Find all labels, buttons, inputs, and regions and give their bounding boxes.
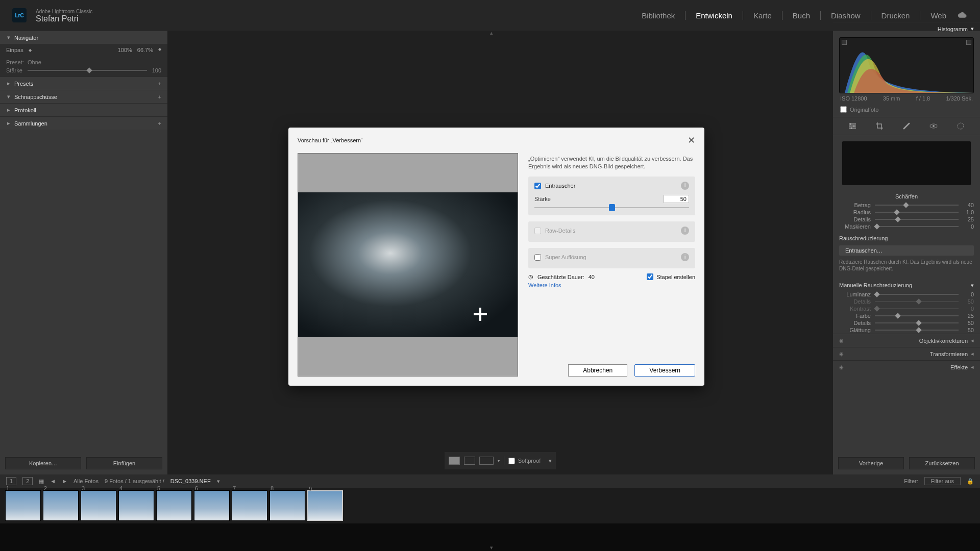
strength-slider[interactable]: [534, 207, 689, 208]
compare-view-icon[interactable]: [464, 457, 475, 465]
noise-slider-Luminanz[interactable]: Luminanz 0: [833, 291, 980, 298]
module-print[interactable]: Drucken: [881, 11, 910, 20]
sharpen-slider-Betrag[interactable]: Betrag 40: [833, 202, 980, 209]
info-icon[interactable]: i: [681, 253, 689, 261]
noise-slider-Glättung[interactable]: Glättung 50: [833, 327, 980, 334]
shadow-clip-icon[interactable]: [842, 40, 847, 45]
navigator-header[interactable]: ▾ Navigator: [0, 31, 167, 44]
presets-title: Presets: [14, 81, 158, 87]
sharpen-slider-Maskieren[interactable]: Maskieren 0: [833, 223, 980, 230]
grid-2-button[interactable]: 2: [22, 477, 33, 485]
status-count[interactable]: Alle Fotos: [74, 478, 99, 484]
filter-lock-icon[interactable]: 🔒: [967, 478, 974, 485]
detail-preview[interactable]: [842, 141, 971, 185]
softproof-toggle[interactable]: Softproof: [508, 458, 541, 464]
denoise-description: Reduziere Rauschen durch KI. Das Ergebni…: [833, 258, 980, 277]
collections-header[interactable]: ▸Sammlungen+: [0, 116, 167, 130]
info-icon[interactable]: i: [681, 227, 689, 235]
module-slideshow[interactable]: Diashow: [831, 11, 861, 20]
toolbar-collapse-icon[interactable]: ▾: [549, 458, 552, 464]
adjust-icon[interactable]: [846, 121, 859, 131]
disclosure-down-icon: ▾: [971, 26, 974, 32]
denoise-checkbox[interactable]: [534, 183, 541, 189]
close-icon[interactable]: ✕: [688, 135, 695, 146]
zoom-stepper-icon[interactable]: ◆: [158, 47, 161, 53]
preset-strength-value: 100: [147, 67, 161, 73]
filmstrip[interactable]: 123456789: [0, 488, 980, 523]
copy-button[interactable]: Kopieren…: [5, 457, 81, 469]
aperture-value: f / 1,8: [916, 95, 930, 102]
cancel-button[interactable]: Abbrechen: [568, 364, 627, 377]
eye-icon[interactable]: ◉: [839, 338, 844, 343]
info-icon[interactable]: i: [681, 182, 689, 190]
add-collection-icon[interactable]: +: [158, 120, 161, 127]
previous-button[interactable]: Vorherige: [838, 457, 904, 469]
thumbnail-4[interactable]: 4: [118, 490, 154, 521]
highlight-clip-icon[interactable]: [966, 40, 971, 45]
module-develop[interactable]: Entwickeln: [696, 11, 732, 20]
add-preset-icon[interactable]: +: [158, 81, 161, 87]
loupe-view-icon[interactable]: [449, 457, 460, 465]
svg-point-0: [849, 123, 851, 124]
module-library[interactable]: Bibliothek: [642, 11, 675, 20]
thumbnail-5[interactable]: 5: [156, 490, 192, 521]
noise-slider-Details: Details 50: [833, 298, 980, 305]
sharpen-slider-Details[interactable]: Details 25: [833, 216, 980, 223]
softproof-checkbox[interactable]: [508, 458, 515, 464]
noise-slider-Details[interactable]: Details 50: [833, 319, 980, 327]
snapshots-header[interactable]: ▾Schnappschüsse+: [0, 90, 167, 103]
redeye-icon[interactable]: [927, 121, 940, 131]
grid-1-button[interactable]: 1: [6, 477, 16, 485]
presets-header[interactable]: ▸Presets+: [0, 77, 167, 90]
thumbnail-7[interactable]: 7: [232, 490, 267, 521]
thumbnail-3[interactable]: 3: [81, 490, 116, 521]
mask-icon[interactable]: [954, 121, 967, 131]
sharpen-slider-Radius[interactable]: Radius 1,0: [833, 209, 980, 216]
before-after-icon[interactable]: [479, 457, 494, 465]
preset-strength-slider[interactable]: [28, 70, 147, 71]
lens-header[interactable]: ◉Objektivkorrekturen◂: [833, 334, 980, 347]
thumbnail-8[interactable]: 8: [270, 490, 305, 521]
thumbnail-2[interactable]: 2: [43, 490, 79, 521]
reset-button[interactable]: Zurücksetzen: [909, 457, 975, 469]
module-map[interactable]: Karte: [753, 11, 772, 20]
history-header[interactable]: ▸Protokoll: [0, 103, 167, 116]
filter-value[interactable]: Filter aus: [924, 477, 961, 485]
module-book[interactable]: Buch: [793, 11, 810, 20]
denoise-label: Entrauscher: [545, 183, 575, 189]
thumbnail-1[interactable]: 1: [5, 490, 41, 521]
next-photo-icon[interactable]: ►: [62, 478, 67, 484]
crop-icon[interactable]: [873, 121, 886, 131]
module-web[interactable]: Web: [930, 11, 946, 20]
transform-header[interactable]: ◉Transformieren◂: [833, 347, 980, 360]
thumbnail-6[interactable]: 6: [194, 490, 230, 521]
create-stack-label: Stapel erstellen: [656, 274, 695, 280]
preset-value[interactable]: Ohne: [28, 59, 41, 65]
super-res-checkbox[interactable]: [534, 254, 541, 261]
add-snapshot-icon[interactable]: +: [158, 94, 161, 100]
status-filename[interactable]: DSC_0339.NEF: [170, 478, 211, 484]
heal-icon[interactable]: [900, 121, 913, 131]
create-stack-checkbox[interactable]: [647, 273, 653, 280]
prev-photo-icon[interactable]: ◄: [50, 478, 56, 484]
paste-button[interactable]: Einfügen: [86, 457, 162, 469]
zoom-66[interactable]: 66.7%: [137, 47, 153, 53]
cloud-sync-icon[interactable]: [958, 12, 968, 19]
denoise-button[interactable]: Entrauschen…: [839, 245, 974, 256]
grid-icon[interactable]: ▦: [39, 478, 44, 485]
zoom-100[interactable]: 100%: [118, 47, 132, 53]
zoom-fit[interactable]: Einpas: [6, 47, 23, 53]
dialog-preview[interactable]: [298, 153, 518, 377]
effects-header[interactable]: ◉Effekte◂: [833, 360, 980, 373]
histogram-graph[interactable]: [839, 37, 974, 93]
noise-slider-Farbe[interactable]: Farbe 25: [833, 312, 980, 319]
snapshots-title: Schnappschüsse: [14, 94, 158, 100]
filmstrip-collapse-icon[interactable]: ▾: [490, 544, 493, 551]
manual-noise-header[interactable]: Manuelle Rauschreduzierung▾: [833, 277, 980, 291]
originalfoto-checkbox[interactable]: [840, 106, 847, 113]
header-collapse-icon[interactable]: ▴: [490, 30, 493, 36]
strength-value[interactable]: 50: [664, 195, 689, 203]
thumbnail-9[interactable]: 9: [307, 490, 343, 521]
more-info-link[interactable]: Weitere Infos: [528, 282, 695, 288]
enhance-button[interactable]: Verbessern: [634, 364, 695, 377]
